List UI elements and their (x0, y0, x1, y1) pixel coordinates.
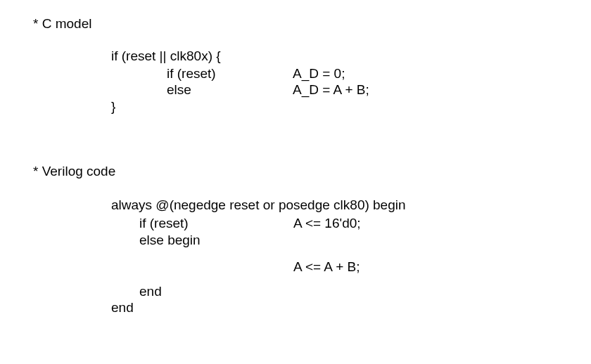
c-model-heading: * C model (33, 15, 91, 32)
c-code-line-ad-sum: A_D = A + B; (293, 82, 369, 98)
c-code-line-close-brace: } (111, 98, 115, 115)
c-code-line-if-reset: if (reset) (167, 65, 216, 82)
c-code-line-if-open: if (reset || clk80x) { (111, 48, 221, 65)
verilog-line-end-outer: end (111, 299, 134, 316)
verilog-line-end-inner: end (139, 283, 162, 300)
verilog-line-a-zero: A <= 16'd0; (293, 215, 361, 232)
verilog-line-else-begin: else begin (139, 232, 201, 249)
verilog-line-a-sum: A <= A + B; (293, 259, 360, 275)
c-code-line-ad-zero: A_D = 0; (293, 65, 345, 82)
verilog-line-always: always @(negedge reset or posedge clk80)… (111, 197, 406, 214)
verilog-line-if-reset: if (reset) (139, 215, 189, 232)
c-code-line-else: else (167, 82, 191, 98)
verilog-heading: * Verilog code (33, 163, 115, 180)
